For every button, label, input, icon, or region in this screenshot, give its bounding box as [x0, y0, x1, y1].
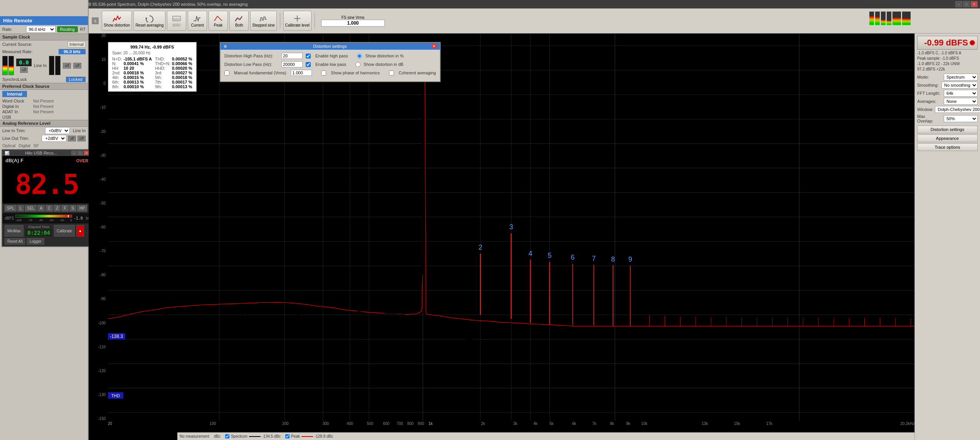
off-button3[interactable]: off: [73, 63, 81, 69]
sub-info-3: -1.0 dBFS 22 - 22k UNW: [917, 61, 978, 67]
hp-button[interactable]: HP: [77, 205, 87, 212]
y-label--50: -50: [89, 201, 107, 205]
svg-text:THD: THD: [111, 393, 120, 398]
fft-row: FFT Length: 64k 32k 16k 8k: [917, 90, 978, 97]
line-in-trim-select[interactable]: +0dBV +6dBV: [45, 127, 70, 134]
s-button[interactable]: S: [69, 205, 77, 212]
l-button[interactable]: L: [17, 205, 24, 212]
reset-averaging-button[interactable]: Reset averaging: [133, 11, 165, 31]
high-pass-input[interactable]: [281, 53, 303, 59]
fft-select[interactable]: 64k 32k 16k 8k: [944, 90, 978, 97]
off-button2[interactable]: off: [63, 63, 71, 69]
mode-select[interactable]: Spectrum RTA Waterfall: [944, 74, 978, 81]
n-val: 0.00041 %: [123, 61, 155, 66]
coherent-avg-checkbox[interactable]: [389, 71, 394, 76]
manual-fund-row: Manual fundamental (Vrms) Show phase of …: [224, 70, 436, 76]
show-db-radio[interactable]: [355, 62, 360, 67]
calibrate-button2[interactable]: Calibrate: [54, 225, 75, 237]
sub-window: 📊 Hilo USB Reco... – □ ✕ dB(A) F OVER 82…: [2, 149, 92, 247]
routing-button[interactable]: Routing: [57, 26, 78, 32]
adat-in-row: ADAT In Not Present: [0, 109, 88, 114]
internal-button[interactable]: Internal: [2, 91, 27, 97]
spl-button[interactable]: SPL: [5, 205, 17, 212]
trace-options-button[interactable]: Trace options: [917, 143, 978, 151]
current-source-row: Current Source: Internal: [0, 40, 88, 48]
level-value-display: -0.99 dBFS: [924, 38, 968, 48]
coherent-avg-label: Coherent averaging: [399, 71, 436, 75]
h5-key: 5th:: [155, 75, 172, 80]
x-label-500: 500: [367, 422, 374, 426]
sub-win-minimize[interactable]: –: [71, 151, 77, 155]
svg-text:8: 8: [611, 255, 615, 264]
popup-title-bar: ⚙ Distortion settings ✕: [221, 43, 440, 50]
off-button1[interactable]: off: [20, 67, 28, 73]
line-out-trim-row: Line Out Trim: +2dBV +6dBV off off: [0, 134, 88, 142]
logger-button[interactable]: Logger: [27, 238, 44, 245]
minmax-button[interactable]: MinMax: [5, 225, 24, 237]
no-measurement-item: No measurement: [180, 434, 209, 438]
averages-select[interactable]: None 2 4 8: [944, 98, 978, 105]
wav-button[interactable]: WAV WAV: [167, 11, 186, 31]
enable-low-pass-label: Enable low pass: [315, 62, 346, 67]
stepped-sine-button[interactable]: Stepped sine: [250, 11, 276, 31]
analog-ref-header: Analog Reference Level: [0, 120, 88, 127]
smoothing-select[interactable]: No smoothing 1/3 Oct 1/6 Oct: [941, 82, 978, 89]
sel-button[interactable]: SEL: [25, 205, 37, 212]
spl-buttons: SPL L SEL A C Z F S HP: [2, 203, 91, 213]
show-phase-checkbox[interactable]: [321, 71, 326, 76]
low-pass-row: Distortion Low Pass (Hz): Enable low pas…: [224, 61, 436, 67]
svg-text:3: 3: [509, 222, 513, 231]
x-label-2k: 2k: [481, 422, 485, 426]
max-overlap-select[interactable]: 50% 75% 90%: [944, 115, 978, 122]
peak-button[interactable]: Peak: [209, 11, 228, 31]
line-out-trim-select[interactable]: +2dBV +6dBV: [42, 135, 66, 142]
rate-select[interactable]: 96.0 kHz 44.1 kHz 48.0 kHz 192.0 kHz: [26, 26, 56, 33]
distortion-settings-button[interactable]: Distortion settings: [917, 126, 978, 133]
appearance-button[interactable]: Appearance: [917, 134, 978, 142]
thdn-key: THD+N:: [155, 61, 172, 66]
off-btn-lo1[interactable]: off: [68, 136, 76, 141]
show-pct-radio[interactable]: [357, 54, 362, 59]
elapsed-label: Elapsed Time: [28, 225, 49, 229]
sub-win-restore[interactable]: □: [77, 151, 83, 155]
sub-window-title-bar: 📊 Hilo USB Reco... – □ ✕: [2, 150, 91, 156]
off-btn-lo2[interactable]: off: [77, 136, 86, 141]
c-button[interactable]: C: [45, 205, 53, 212]
toolbar-sep2: [315, 13, 315, 29]
current-button[interactable]: Current: [188, 11, 207, 31]
y-label--70: -70: [89, 249, 107, 253]
spectrum-value: -134.5 dBc: [262, 434, 281, 438]
minimize-button[interactable]: –: [955, 1, 962, 7]
low-pass-input[interactable]: [281, 61, 303, 67]
a-button[interactable]: A: [37, 205, 45, 212]
close-button[interactable]: ✕: [971, 1, 978, 7]
reset-all-button[interactable]: Reset All: [5, 238, 25, 245]
f-button[interactable]: F: [61, 205, 68, 212]
both-button[interactable]: Both: [229, 11, 249, 31]
show-db-label: Show distortion in dB: [364, 62, 403, 67]
popup-close-button[interactable]: ✕: [431, 44, 437, 49]
manual-fund-checkbox[interactable]: [224, 71, 229, 76]
thd-val: 0.00052 %: [172, 57, 192, 61]
record-button[interactable]: ●: [76, 225, 84, 237]
enable-high-pass-checkbox[interactable]: [306, 54, 311, 59]
fs-value-input[interactable]: [321, 20, 385, 27]
peak-checkbox[interactable]: [285, 434, 290, 438]
time-display: 0:22:04: [25, 229, 52, 237]
window-select[interactable]: Dolph-Chebyshev 200 Hann Flat Top Blackm…: [935, 106, 980, 113]
enable-low-pass-checkbox[interactable]: [306, 62, 311, 67]
z-button[interactable]: Z: [54, 205, 61, 212]
h2-val: 0.00018 %: [123, 71, 155, 75]
show-distortion-button[interactable]: Show distortion: [102, 11, 132, 31]
maximize-button[interactable]: □: [963, 1, 970, 7]
calibrate-level-button[interactable]: Calibrate level: [283, 11, 312, 31]
info-table: N+D: -105.1 dBFS A THD: 0.00052 % N: 0.0…: [112, 57, 192, 89]
x-axis: 20 100 200 300 400 500 600 700 800 900 1…: [108, 422, 914, 432]
sub-win-close[interactable]: ✕: [84, 151, 89, 155]
enable-high-pass-label: Enable high pass: [315, 54, 348, 58]
x-label-900: 900: [418, 422, 424, 426]
svg-text:S: S: [94, 19, 96, 23]
manual-fund-input[interactable]: [291, 70, 312, 76]
toolbar-icon: S: [92, 17, 99, 24]
spectrum-checkbox[interactable]: [225, 434, 229, 438]
